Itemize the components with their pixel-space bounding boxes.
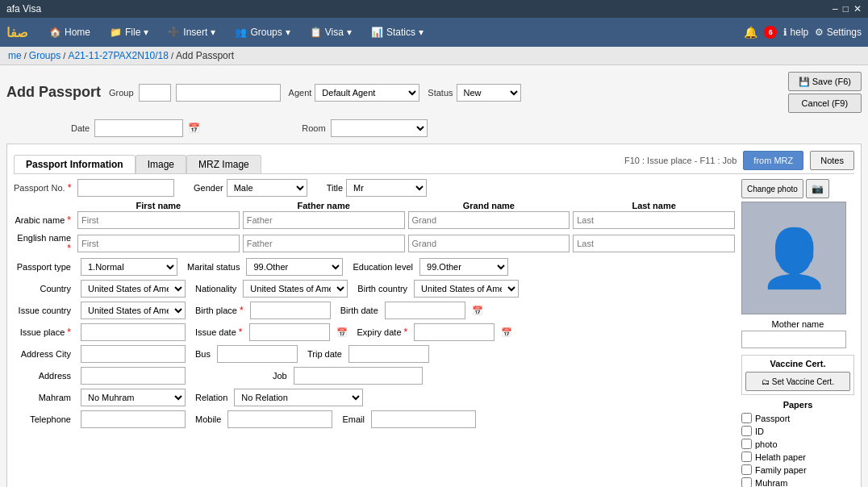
date-picker-icon[interactable]: 📅: [188, 123, 200, 134]
menu-visa[interactable]: 📋 Visa ▾: [302, 23, 360, 41]
breadcrumb-groups[interactable]: Groups: [29, 50, 61, 61]
marital-select[interactable]: 99.Other 1.Single 2.Married: [246, 258, 343, 276]
from-mrz-button[interactable]: from MRZ: [743, 151, 803, 170]
menu-home[interactable]: 🏠 Home: [41, 23, 98, 41]
arabic-last-input[interactable]: [573, 211, 735, 229]
date-input[interactable]: 27-10-2021: [94, 119, 183, 137]
issue-date-picker[interactable]: 📅: [336, 327, 348, 338]
title-bar: afa Visa – □ ✕: [0, 0, 868, 18]
breadcrumb-home[interactable]: me: [8, 50, 22, 61]
group-input[interactable]: A16: [139, 84, 171, 102]
issue-expiry-row: Issue place * Issue date * 📅 Expiry date…: [14, 323, 735, 341]
mother-name-section: Mother name: [741, 319, 854, 348]
set-vaccine-button[interactable]: 🗂 Set Vaccine Cert.: [745, 372, 850, 391]
arabic-first-input[interactable]: [77, 211, 240, 229]
trip-date-label: Trip date: [307, 349, 342, 359]
paper-checkbox-helath-paper[interactable]: [741, 452, 752, 462]
help-link[interactable]: ℹ help: [783, 27, 808, 38]
paper-checkbox-id[interactable]: [741, 426, 752, 436]
arabic-father-input[interactable]: [243, 211, 405, 229]
menu-insert[interactable]: ➕ Insert ▾: [160, 23, 223, 41]
city-bus-trip-row: Address City Bus Trip date 27-11-2021: [14, 345, 735, 363]
paper-checkbox-photo[interactable]: [741, 439, 752, 449]
passport-type-select[interactable]: 1.Normal 2.Special: [81, 258, 177, 276]
job-input[interactable]: [294, 367, 423, 385]
paper-item: Helath paper: [741, 452, 854, 462]
paper-item: Family paper: [741, 464, 854, 475]
room-select[interactable]: [331, 119, 428, 137]
trip-date-input[interactable]: 27-11-2021: [348, 345, 429, 363]
change-photo-button[interactable]: Change photo: [741, 179, 803, 198]
tab-image[interactable]: Image: [136, 155, 186, 173]
menu-right: 🔔 6 ℹ help ⚙ Settings: [744, 26, 862, 39]
nationality-select[interactable]: United States of America: [243, 280, 348, 298]
expiry-date-input[interactable]: [414, 323, 495, 341]
birth-place-input[interactable]: [250, 302, 331, 319]
page-title: Add Passport: [6, 84, 101, 101]
cancel-button[interactable]: Cancel (F9): [788, 94, 862, 113]
menu-statics[interactable]: 📊 Statics ▾: [363, 23, 432, 41]
issue-place-input[interactable]: [81, 323, 186, 341]
camera-button[interactable]: 📷: [806, 179, 829, 198]
window-controls[interactable]: – □ ✕: [833, 3, 862, 15]
email-label: Email: [342, 414, 365, 424]
english-first-input[interactable]: [77, 235, 240, 252]
first-name-header: First name: [77, 201, 240, 210]
english-last-input[interactable]: [573, 235, 735, 252]
birth-country-select[interactable]: United States of America: [414, 280, 519, 298]
education-select[interactable]: 99.Other 1.Primary: [419, 258, 508, 276]
paper-checkbox-family-paper[interactable]: [741, 464, 752, 475]
issue-date-label: Issue date *: [195, 327, 243, 338]
tab-mrz-image[interactable]: MRZ Image: [186, 155, 261, 173]
gender-select[interactable]: Male Female: [227, 179, 307, 197]
expiry-date-picker[interactable]: 📅: [501, 327, 512, 338]
settings-link[interactable]: ⚙ Settings: [815, 27, 862, 38]
birth-date-input[interactable]: [385, 302, 465, 319]
email-input[interactable]: non@mail.com: [371, 410, 476, 428]
notes-button[interactable]: Notes: [810, 151, 854, 170]
form-card: Passport Information Image MRZ Image F10…: [6, 144, 862, 487]
status-select[interactable]: New: [457, 84, 521, 102]
english-grand-input[interactable]: [408, 235, 570, 252]
maximize-btn[interactable]: □: [843, 3, 849, 15]
issue-country-select[interactable]: United States of America: [81, 302, 186, 319]
relation-select[interactable]: No Relation Family Group: [234, 389, 363, 406]
tab-hint: F10 : Issue place - F11 : Job: [624, 156, 737, 165]
birth-date-picker[interactable]: 📅: [472, 306, 483, 316]
arabic-grand-input[interactable]: [408, 211, 570, 229]
tab-passport-info[interactable]: Passport Information: [14, 155, 136, 173]
mobile-input[interactable]: 01213655465: [227, 410, 332, 428]
agent-select[interactable]: Default Agent: [315, 84, 419, 102]
main-content: Add Passport Group A16 A21-11-27PAX2N10/…: [0, 65, 868, 487]
groups-icon: 👥: [235, 27, 247, 38]
menu-groups[interactable]: 👥 Groups ▾: [227, 23, 298, 41]
passport-no-input[interactable]: [77, 179, 174, 197]
gender-label: Gender: [194, 183, 223, 193]
bus-input[interactable]: [217, 345, 298, 363]
address-input[interactable]: [81, 367, 186, 385]
save-button[interactable]: 💾 Save (F6): [788, 72, 862, 91]
breadcrumb-group-code[interactable]: A21-11-27PAX2N10/18: [68, 50, 169, 61]
statics-icon: 📊: [371, 27, 383, 38]
paper-checkbox-muhram[interactable]: [741, 477, 752, 487]
paper-checkbox-passport[interactable]: [741, 413, 752, 423]
english-father-input[interactable]: [243, 235, 405, 252]
papers-title: Papers: [741, 400, 854, 410]
issue-place-label: Issue place *: [14, 327, 74, 338]
minimize-btn[interactable]: –: [833, 3, 838, 15]
issue-country-label: Issue country: [14, 306, 74, 315]
address-city-input[interactable]: [81, 345, 186, 363]
menu-file[interactable]: 📁 File ▾: [102, 23, 156, 41]
right-panel: Change photo 📷 👤 Mother name Vaccine Cer…: [741, 179, 854, 487]
telephone-input[interactable]: 0214544755: [81, 410, 186, 428]
country-select[interactable]: United States of America: [81, 280, 186, 298]
mahram-select[interactable]: No Muhram Father Husband: [81, 389, 186, 406]
title-select[interactable]: Mr Mrs Ms: [346, 179, 427, 197]
issue-date-input[interactable]: [249, 323, 330, 341]
mother-name-input[interactable]: [741, 331, 846, 348]
address-label: Address: [14, 371, 74, 381]
paper-item: Passport: [741, 413, 854, 423]
group-code-input[interactable]: A21-11-27PAX2N10/18: [176, 84, 281, 102]
bell-icon[interactable]: 🔔: [744, 26, 757, 39]
close-btn[interactable]: ✕: [853, 3, 862, 15]
